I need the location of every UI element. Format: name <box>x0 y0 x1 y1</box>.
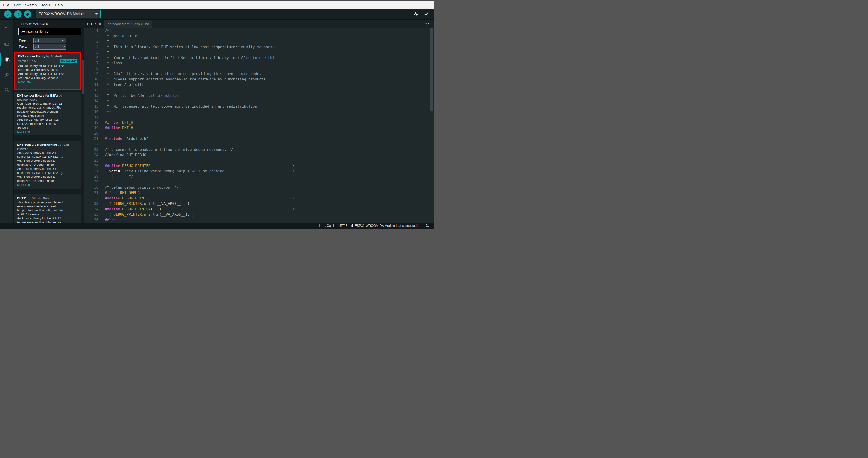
menubar: FileEditSketchToolsHelp <box>0 1 434 9</box>
code-line: #define DEBUG_PRINT(...)\ <box>105 196 157 201</box>
code-line: /* Setup debug printing macros. */ <box>105 185 179 190</box>
line-number: 29 <box>84 179 98 185</box>
encoding[interactable]: UTF-8 <box>339 224 347 227</box>
board-selector-dropdown[interactable]: ESP32-WROOM-DA Module <box>36 10 101 18</box>
right-arrow-icon <box>16 12 21 17</box>
code-line: #ifndef DHT_H <box>105 120 133 125</box>
library-card-3[interactable]: DHT Sensors Non-Blocking by Toan NguyenA… <box>14 141 81 189</box>
topic-filter-select[interactable]: All <box>33 44 66 50</box>
sidebar-item-debug[interactable] <box>0 68 13 81</box>
library-description: An Arduino library for the DHT sensor fa… <box>17 151 78 183</box>
panel-title: LIBRARY MANAGER <box>19 22 48 26</box>
serial-monitor-button[interactable] <box>423 11 430 17</box>
line-number: 17 <box>84 114 98 120</box>
line-number: 14 <box>84 98 98 104</box>
type-filter-select[interactable]: All <box>33 38 66 44</box>
line-number: 3 <box>84 39 98 44</box>
tab-label: DHT.h <box>87 22 97 26</box>
close-icon[interactable]: × <box>99 22 101 26</box>
code-line: #define DEBUG_PRINTLN(...)\ <box>105 206 161 212</box>
library-card-4[interactable]: DHT11 by Dhruba SahaThis library provide… <box>14 194 81 223</box>
code-line: * <box>105 66 109 71</box>
code-line: #else <box>105 217 116 223</box>
tab-label: hardcoded-dht22-esp32.ino <box>107 22 149 26</box>
line-number: 34 <box>84 206 98 212</box>
upload-button[interactable] <box>14 10 22 18</box>
code-line: #ifdef DHT_DEBUG <box>105 190 140 196</box>
notifications-bell-icon[interactable] <box>425 224 429 228</box>
editor-scrollbar-thumb[interactable] <box>430 28 433 111</box>
cursor-position[interactable]: Ln 1, Col 1 <box>319 224 334 227</box>
sidebar-item-sketchbook[interactable] <box>0 23 13 35</box>
menu-edit[interactable]: Edit <box>11 3 23 7</box>
code-line: * <box>105 50 109 55</box>
serial-plotter-button[interactable] <box>413 11 420 17</box>
library-manager-panel: LIBRARY MANAGER Type: All Topic: All DHT… <box>13 20 84 223</box>
line-number: 19 <box>84 125 98 131</box>
code-line: * @file DHT.h <box>105 33 137 39</box>
board-selector-label: ESP32-WROOM-DA Module <box>39 12 85 16</box>
waveform-icon <box>413 11 420 17</box>
editor-tabbar: DHT.h×hardcoded-dht22-esp32.ino <box>84 20 434 28</box>
menu-tools[interactable]: Tools <box>39 3 53 7</box>
type-filter-value: All <box>35 39 39 42</box>
more-info-link[interactable]: More info <box>17 130 78 134</box>
activity-bar <box>0 20 13 223</box>
topic-filter-label: Topic: <box>19 45 27 48</box>
magnifier-dots-icon <box>423 11 430 17</box>
code-line: * Adafruit invests time and resources pr… <box>105 71 261 77</box>
code-line: * Written by Adafruit Industries. <box>105 93 181 98</box>
search-icon <box>4 87 10 93</box>
code-line: { DEBUG_PRINTER.println(__VA_ARGS__); } <box>105 212 194 217</box>
library-card-2[interactable]: DHT sensor library for ESPx by beegee_to… <box>14 92 81 136</box>
line-number: 6 <box>84 55 98 61</box>
line-number: 25 <box>84 158 98 163</box>
line-number: 4 <box>84 44 98 50</box>
library-title: DHT Sensors Non-Blocking by Toan Nguyen <box>17 143 78 151</box>
line-number: 7 <box>84 60 98 66</box>
tab-DHT.h[interactable]: DHT.h× <box>84 20 104 28</box>
editor-area: DHT.h×hardcoded-dht22-esp32.ino ··· 1/*!… <box>84 20 434 223</box>
verify-button[interactable] <box>4 10 11 18</box>
line-number: 20 <box>84 131 98 136</box>
more-info-link[interactable]: More info <box>17 183 78 187</box>
more-info-link[interactable]: More info <box>18 80 77 84</box>
tab-hardcoded-dht22-esp32.ino[interactable]: hardcoded-dht22-esp32.ino <box>104 20 152 28</box>
line-number: 10 <box>84 77 98 82</box>
line-number: 31 <box>84 190 98 196</box>
line-number: 5 <box>84 50 98 55</box>
library-title: DHT sensor library by Adafruit <box>18 55 77 59</box>
menu-sketch[interactable]: Sketch <box>23 3 39 7</box>
sidebar-item-library-manager[interactable] <box>0 53 13 66</box>
line-number: 12 <box>84 87 98 93</box>
editor-actions-menu[interactable]: ··· <box>425 21 430 26</box>
debug-button[interactable] <box>24 10 31 18</box>
chip-icon <box>351 224 354 228</box>
library-card-1[interactable]: DHT sensor library by AdafruitVersion 1.… <box>16 53 80 89</box>
installed-badge: INSTALLED <box>60 59 77 63</box>
arduino-ide-window: FileEditSketchToolsHelp ESP32-WROOM-DA M… <box>0 0 434 229</box>
code-line: * You must have Adafruit Unified Sensor … <box>105 55 277 61</box>
library-title: DHT sensor library for ESPx by beegee_to… <box>17 93 78 102</box>
code-line: #define DHT_H <box>105 125 133 131</box>
type-filter-label: Type: <box>19 39 26 42</box>
sidebar-item-search[interactable] <box>0 83 13 96</box>
code-editor[interactable]: 1/*!2 * @file DHT.h3 *4 * This is a libr… <box>84 28 434 223</box>
chevron-down-icon <box>62 45 65 48</box>
board-status[interactable]: ESP32-WROOM-DA Module [not connected] <box>355 224 417 227</box>
menu-help[interactable]: Help <box>52 3 65 7</box>
line-number: 35 <box>84 212 98 217</box>
line-number: 22 <box>84 142 98 147</box>
line-number: 13 <box>84 93 98 98</box>
panel-scrollbar-thumb[interactable] <box>82 60 84 94</box>
line-number: 23 <box>84 147 98 152</box>
code-line: #define DEBUG_PRINTER\ <box>105 163 150 169</box>
code-line: //#define DHT_DEBUG <box>105 152 146 158</box>
library-search-input[interactable] <box>18 28 81 35</box>
code-line: #include "Arduino.h" <box>105 136 148 142</box>
menu-file[interactable]: File <box>1 3 11 7</box>
chevron-down-icon <box>62 39 65 42</box>
line-number: 1 <box>84 28 98 33</box>
sidebar-item-boards-manager[interactable] <box>0 38 13 51</box>
line-number: 27 <box>84 168 98 174</box>
